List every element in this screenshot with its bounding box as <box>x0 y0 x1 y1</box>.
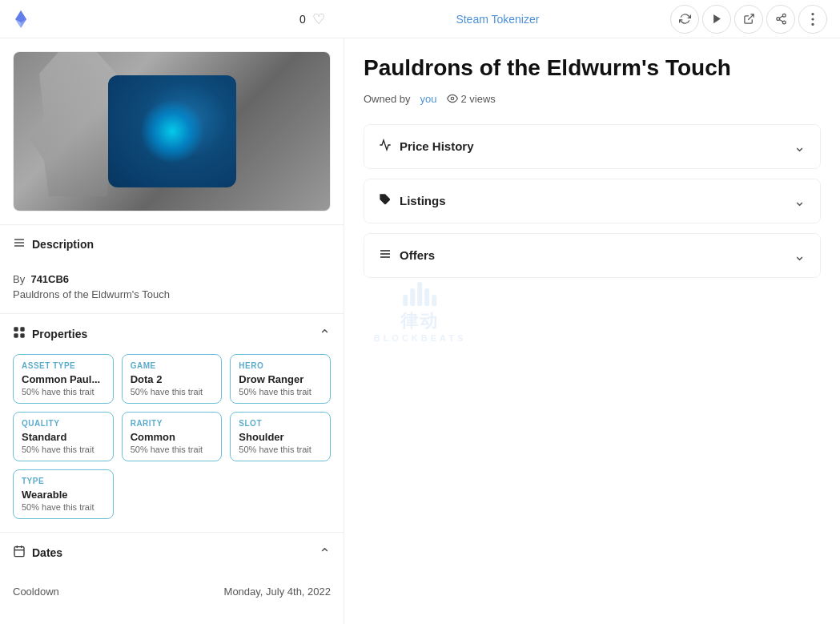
price-history-section: Price History ⌄ <box>364 124 821 169</box>
trait-rarity: 50% have this trait <box>22 445 105 454</box>
description-text: Pauldrons of the Eldwurm's Touch <box>13 288 331 300</box>
svg-point-3 <box>811 13 814 15</box>
properties-grid: ASSET TYPE Common Paul... 50% have this … <box>0 354 344 532</box>
trait-rarity: 50% have this trait <box>22 502 105 512</box>
creator-name: 741CB6 <box>30 273 69 285</box>
item-image-inner <box>108 75 236 187</box>
trait-value: Common <box>131 431 214 443</box>
left-panel: Description By 741CB6 Pauldrons of the E… <box>0 38 344 624</box>
svg-point-1 <box>776 18 779 21</box>
listings-label: Listings <box>400 194 446 207</box>
heart-icon[interactable]: ♡ <box>312 10 325 28</box>
trait-value: Dota 2 <box>131 373 214 385</box>
price-history-icon <box>379 139 392 154</box>
top-bar: 0 ♡ Steam Tokenizer <box>0 0 840 38</box>
trait-value: Drow Ranger <box>239 373 322 385</box>
price-history-header[interactable]: Price History ⌄ <box>364 125 820 168</box>
trait-card: GAME Dota 2 50% have this trait <box>122 354 223 404</box>
dates-title: Dates <box>13 545 62 561</box>
item-image-container <box>13 51 331 211</box>
trait-card: ASSET TYPE Common Paul... 50% have this … <box>13 354 114 404</box>
price-history-title: Price History <box>379 139 474 154</box>
right-panel: Pauldrons of the Eldwurm's Touch Owned b… <box>344 38 840 624</box>
share-button[interactable] <box>766 5 795 34</box>
dates-icon <box>13 545 26 561</box>
price-history-chevron: ⌄ <box>794 138 806 155</box>
site-name[interactable]: Steam Tokenizer <box>456 13 539 26</box>
top-bar-actions <box>670 5 827 34</box>
trait-value: Wearable <box>22 489 105 501</box>
properties-title: Properties <box>13 326 87 342</box>
svg-point-4 <box>811 18 814 20</box>
listings-title: Listings <box>379 193 446 208</box>
properties-section-header[interactable]: Properties ⌄ <box>0 314 344 354</box>
offers-header[interactable]: Offers ⌄ <box>364 234 820 277</box>
offers-chevron: ⌄ <box>794 247 806 264</box>
offers-icon <box>379 248 392 263</box>
listings-icon <box>379 193 392 208</box>
trait-card: RARITY Common 50% have this trait <box>122 412 223 461</box>
offers-title: Offers <box>379 248 435 263</box>
owner-link[interactable]: you <box>420 93 437 105</box>
play-button[interactable] <box>702 5 731 34</box>
svg-point-0 <box>782 14 786 17</box>
svg-rect-9 <box>14 327 18 331</box>
listings-chevron: ⌄ <box>794 192 806 210</box>
description-label: Description <box>32 238 94 251</box>
description-section-header[interactable]: Description <box>0 225 344 264</box>
listings-header[interactable]: Listings ⌄ <box>364 179 820 223</box>
trait-label: GAME <box>131 361 214 370</box>
properties-icon <box>13 326 26 342</box>
trait-rarity: 50% have this trait <box>239 445 322 454</box>
properties-chevron: ⌄ <box>319 325 331 343</box>
trait-card: QUALITY Standard 50% have this trait <box>13 412 114 461</box>
item-title: Pauldrons of the Eldwurm's Touch <box>364 54 821 82</box>
date-row: Cooldown Monday, July 4th, 2022 <box>13 582 331 601</box>
ethereum-icon <box>13 11 29 27</box>
more-button[interactable] <box>798 5 827 34</box>
owned-by-label: Owned by <box>364 93 411 105</box>
description-title: Description <box>13 236 94 252</box>
main-layout: Description By 741CB6 Pauldrons of the E… <box>0 38 840 624</box>
date-value: Monday, July 4th, 2022 <box>224 586 331 598</box>
trait-card: HERO Drow Ranger 50% have this trait <box>230 354 331 404</box>
description-body: By 741CB6 Pauldrons of the Eldwurm's Tou… <box>0 264 344 313</box>
trait-label: HERO <box>239 361 322 370</box>
properties-label: Properties <box>32 328 87 340</box>
listings-section: Listings ⌄ <box>364 179 821 223</box>
trait-value: Common Paul... <box>22 373 105 385</box>
like-count: 0 <box>299 13 306 26</box>
trait-value: Shoulder <box>239 431 322 443</box>
trait-card: SLOT Shoulder 50% have this trait <box>230 412 331 461</box>
svg-point-5 <box>811 22 814 25</box>
trait-label: RARITY <box>131 419 214 428</box>
svg-rect-11 <box>14 333 18 337</box>
item-meta: Owned by you 2 views <box>364 93 821 105</box>
dates-section-header[interactable]: Dates ⌄ <box>0 533 344 573</box>
trait-label: SLOT <box>239 419 322 428</box>
price-history-label: Price History <box>400 139 474 153</box>
dates-label: Dates <box>32 546 62 559</box>
svg-rect-12 <box>20 333 24 337</box>
external-link-button[interactable] <box>734 5 763 34</box>
svg-rect-13 <box>14 547 24 557</box>
top-bar-left: 0 ♡ <box>13 10 325 28</box>
by-label: By <box>13 273 25 285</box>
trait-rarity: 50% have this trait <box>131 445 214 454</box>
refresh-button[interactable] <box>670 5 699 34</box>
trait-card: TYPE Wearable 50% have this trait <box>13 469 114 519</box>
trait-label: QUALITY <box>22 419 105 428</box>
trait-value: Standard <box>22 431 105 443</box>
dates-body: Cooldown Monday, July 4th, 2022 <box>0 573 344 610</box>
svg-point-17 <box>451 97 454 100</box>
dates-chevron: ⌄ <box>319 544 331 562</box>
item-image-placeholder <box>14 52 330 211</box>
views: 2 views <box>447 93 496 105</box>
offers-label: Offers <box>400 248 435 262</box>
item-glow <box>140 99 204 163</box>
svg-point-2 <box>782 21 786 24</box>
views-count: 2 views <box>461 93 496 105</box>
trait-rarity: 50% have this trait <box>22 387 105 397</box>
trait-rarity: 50% have this trait <box>239 387 322 397</box>
trait-rarity: 50% have this trait <box>131 387 214 397</box>
